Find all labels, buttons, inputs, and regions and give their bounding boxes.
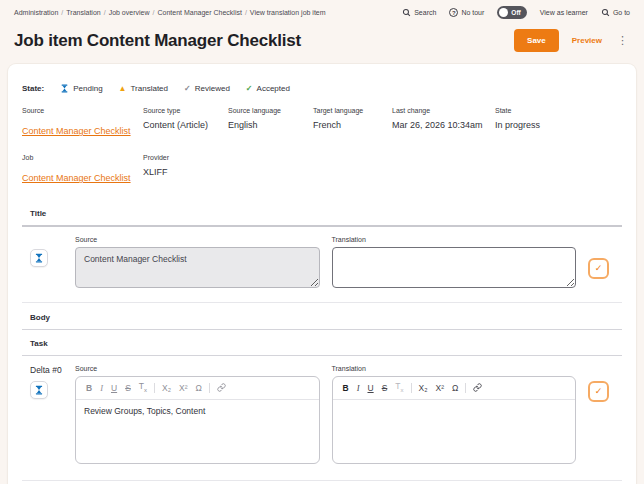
delta-0-source-label: Source [75,365,320,372]
breadcrumb-separator: / [61,9,63,16]
go-to-button[interactable]: Go to [601,8,630,17]
translation-editor-toolbar: B I U S Tx X₂ X² Ω [333,377,576,400]
job-meta-row-1: Source Content Manager Checklist Source … [22,107,622,138]
search-button[interactable]: Search [402,8,436,17]
meta-source-type-label: Source type [143,107,228,114]
section-divider [22,355,622,356]
delta-0-field-row: Delta #0 Source B I U S Tx X₂ X² [22,365,622,464]
no-tour-button[interactable]: ? No tour [449,8,484,17]
special-character-button[interactable]: Ω [448,382,462,394]
section-divider [22,302,622,303]
source-editor-toolbar: B I U S Tx X₂ X² Ω [76,377,319,400]
source-link[interactable]: Content Manager Checklist [22,126,131,136]
strikethrough-button: S [121,382,135,394]
page-header: Job item Content Manager Checklist Save … [0,21,644,64]
meta-provider-value: XLIFF [143,167,622,177]
legend-accepted-label: Accepted [257,84,290,93]
view-as-learner-toggle[interactable]: Off [497,6,526,19]
clear-formatting-button[interactable]: Tx [391,380,407,396]
title-source-textarea: Content Manager Checklist [75,247,320,288]
delta-0-label: Delta #0 [30,365,63,375]
delta-0-translation-column: Translation B I U S Tx X₂ X² Ω [332,365,577,464]
title-row-actions: ✓ [588,236,622,279]
special-character-button: Ω [191,382,205,394]
job-link[interactable]: Content Manager Checklist [22,173,131,183]
italic-button[interactable]: I [353,382,364,394]
meta-source-language: Source language English [228,107,313,138]
job-meta-row-2: Job Content Manager Checklist Provider X… [22,154,622,185]
toggle-state-label: Off [511,9,520,16]
topbar-controls: Search ? No tour Off View as learner Go … [402,6,630,19]
legend-item-reviewed: ✓ Reviewed [184,84,230,93]
legend-item-translated: ▲ Translated [119,84,168,93]
breadcrumb: Administration / Translation / Job overv… [14,9,326,16]
breadcrumb-content-manager-checklist[interactable]: Content Manager Checklist [157,9,241,16]
title-translation-column: Translation [332,236,577,288]
meta-provider-label: Provider [143,154,622,161]
meta-target-language-value: French [313,120,392,130]
page-title: Job item Content Manager Checklist [14,31,301,51]
delta-0-confirm-button[interactable]: ✓ [588,381,609,402]
check-icon: ✓ [246,84,253,93]
toolbar-separator [411,383,412,393]
link-icon [213,383,230,392]
meta-last-change-label: Last change [392,107,495,114]
hourglass-icon [34,253,44,263]
title-translation-textarea[interactable] [332,247,577,288]
underline-button: U [107,382,121,394]
superscript-button: X² [175,382,192,394]
meta-source-language-value: English [228,120,313,130]
superscript-button[interactable]: X² [431,382,448,394]
clear-x: x [401,387,404,393]
delta-0-actions: ✓ [588,365,622,402]
subscript-button[interactable]: X₂ [415,382,432,394]
hourglass-icon [60,84,69,93]
save-button[interactable]: Save [514,29,559,52]
link-icon[interactable] [469,383,486,392]
title-source-label: Source [75,236,320,243]
search-icon [402,8,411,17]
check-icon: ✓ [184,84,191,93]
legend-reviewed-label: Reviewed [195,84,230,93]
breadcrumb-job-overview[interactable]: Job overview [109,9,150,16]
meta-provider: Provider XLIFF [143,154,622,185]
title-confirm-button[interactable]: ✓ [588,258,609,279]
delta-0-source-editor: B I U S Tx X₂ X² Ω Review Groups, Topics… [75,376,320,464]
section-heading-body: Body [22,313,622,322]
breadcrumb-separator: / [153,9,155,16]
breadcrumb-translation[interactable]: Translation [66,9,100,16]
strikethrough-button[interactable]: S [378,382,392,394]
top-bar: Administration / Translation / Job overv… [0,0,644,21]
subscript-button: X₂ [158,382,175,394]
title-source-column: Source Content Manager Checklist [75,236,320,288]
breadcrumb-view-translation-job-item[interactable]: View translation job item [250,9,326,16]
bold-button[interactable]: B [339,382,353,394]
delta-0-translation-content[interactable] [333,400,576,463]
breadcrumb-separator: / [245,9,247,16]
kebab-menu-icon[interactable]: ⋮ [615,34,630,47]
title-row-state [30,236,63,267]
italic-button: I [96,382,107,394]
section-divider [22,480,622,481]
meta-last-change: Last change Mar 26, 2026 10:34am [392,107,495,138]
view-as-learner-label: View as learner [540,9,588,16]
hourglass-icon [34,385,44,395]
underline-button[interactable]: U [363,382,377,394]
section-heading-title: Title [22,209,622,218]
meta-source-language-label: Source language [228,107,313,114]
view-as-learner-text: View as learner [540,9,588,16]
preview-button[interactable]: Preview [572,36,602,45]
legend-item-accepted: ✓ Accepted [246,84,290,93]
title-field-row: Source Content Manager Checklist Transla… [22,236,622,288]
title-translation-label: Translation [332,236,577,243]
page-actions: Save Preview ⋮ [514,29,630,52]
meta-source-type-value: Content (Article) [143,120,228,130]
breadcrumb-administration[interactable]: Administration [14,9,58,16]
pending-state-box [30,381,48,399]
no-tour-label: No tour [461,9,484,16]
meta-target-language: Target language French [313,107,392,138]
delta-0-translation-editor[interactable]: B I U S Tx X₂ X² Ω [332,376,577,464]
section-divider [22,329,622,330]
toolbar-separator [465,383,466,393]
meta-source-type: Source type Content (Article) [143,107,228,138]
